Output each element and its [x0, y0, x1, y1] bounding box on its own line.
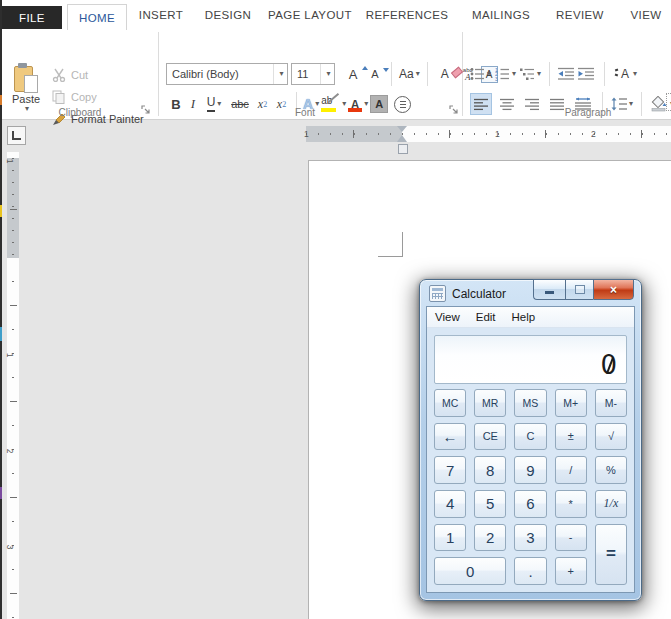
tab-selector-button[interactable]	[7, 126, 26, 145]
word-window: FILE HOME INSERT DESIGN PAGE LAYOUT REFE…	[0, 0, 671, 619]
key-3[interactable]: 3	[514, 524, 546, 552]
key-0[interactable]: 0	[434, 557, 506, 585]
tab-design[interactable]: DESIGN	[198, 0, 258, 29]
tab-references[interactable]: REFERENCES	[362, 0, 452, 29]
key-ms[interactable]: MS	[514, 389, 546, 417]
key-1[interactable]: 1	[434, 524, 466, 552]
bullets-icon	[470, 67, 485, 81]
asian-layout-button[interactable]: A ▾	[621, 64, 637, 84]
font-dialog-launcher[interactable]	[449, 105, 459, 115]
cut-button[interactable]: Cut	[52, 66, 88, 84]
key-mr[interactable]: MR	[474, 389, 506, 417]
key-sqrt[interactable]: √	[595, 423, 627, 451]
key-7[interactable]: 7	[434, 456, 466, 484]
copy-button[interactable]: Copy	[52, 88, 97, 106]
enclose-glyph-icon	[400, 104, 406, 105]
key-mc[interactable]: MC	[434, 389, 466, 417]
strikethrough-button[interactable]: abc	[228, 98, 252, 110]
tab-file[interactable]: FILE	[2, 6, 62, 29]
bullets-button[interactable]: ▾	[470, 64, 491, 84]
calculator-keypad: MC MR MS M+ M- ← CE C ± √ 7 8 9 / % 4	[434, 389, 627, 585]
left-tab-icon	[12, 131, 21, 140]
calculator-title: Calculator	[452, 287, 506, 301]
borders-button-sliver[interactable]	[666, 93, 671, 111]
key-plus-minus[interactable]: ±	[555, 423, 587, 451]
key-8[interactable]: 8	[474, 456, 506, 484]
key-m-plus[interactable]: M+	[555, 389, 587, 417]
increase-indent-icon	[578, 67, 594, 81]
key-backspace[interactable]: ←	[434, 423, 466, 451]
clipboard-dialog-launcher[interactable]	[141, 105, 151, 115]
key-2[interactable]: 2	[474, 524, 506, 552]
cut-label: Cut	[71, 69, 88, 81]
italic-button[interactable]: I	[186, 96, 200, 112]
key-reciprocal[interactable]: 1/x	[595, 490, 627, 518]
key-ce[interactable]: CE	[474, 423, 506, 451]
ruler-number: 3	[5, 545, 15, 550]
calculator-titlebar[interactable]: Calculator	[429, 285, 506, 302]
calculator-display: 0	[434, 335, 627, 384]
key-m-minus[interactable]: M-	[595, 389, 627, 417]
key-6[interactable]: 6	[514, 490, 546, 518]
bold-button[interactable]: B	[168, 97, 184, 112]
vertical-ruler: 1 1 2 3	[7, 152, 19, 619]
tab-insert[interactable]: INSERT	[131, 0, 191, 29]
key-5[interactable]: 5	[474, 490, 506, 518]
key-dot[interactable]: .	[514, 557, 546, 585]
grow-font-button[interactable]: A	[343, 67, 363, 82]
align-left-button[interactable]	[470, 93, 492, 115]
calculator-window[interactable]: Calculator × View Edit Help 0 MC	[419, 279, 642, 601]
key-minus[interactable]: -	[555, 524, 587, 552]
font-name-combobox[interactable]: Calibri (Body) ▾	[166, 63, 288, 85]
menu-view[interactable]: View	[427, 309, 468, 325]
clear-formatting-button[interactable]: A	[435, 67, 455, 81]
copy-icon	[52, 90, 66, 104]
key-9[interactable]: 9	[514, 456, 546, 484]
menu-help[interactable]: Help	[504, 309, 544, 325]
numbering-icon: 1 2 3	[495, 67, 510, 81]
multilevel-list-button[interactable]: ▾	[520, 64, 541, 84]
ruler-number: 1	[5, 353, 15, 358]
key-c[interactable]: C	[514, 423, 546, 451]
minimize-button[interactable]	[533, 279, 565, 300]
paragraph-group-label: Paragraph	[533, 107, 643, 118]
align-left-icon	[474, 98, 488, 111]
font-size-combobox[interactable]: 11 ▾	[291, 63, 335, 85]
tab-home[interactable]: HOME	[67, 4, 127, 30]
ruler-number: 2	[5, 449, 15, 454]
maximize-button[interactable]	[565, 279, 593, 300]
change-case-button[interactable]: Aa▾	[399, 67, 420, 81]
tab-mailings[interactable]: MAILINGS	[460, 0, 542, 29]
menu-edit[interactable]: Edit	[468, 309, 504, 325]
group-separator	[158, 32, 159, 116]
increase-indent-button[interactable]	[578, 64, 594, 84]
margin-crop-mark	[378, 256, 403, 257]
first-line-indent-marker[interactable]	[397, 126, 407, 132]
character-shading-button[interactable]: A	[370, 95, 388, 113]
decrease-indent-button[interactable]	[558, 64, 574, 84]
numbering-button[interactable]: 1 2 3 ▾	[495, 64, 516, 84]
close-button[interactable]: ×	[593, 279, 634, 300]
paste-icon	[14, 63, 38, 93]
underline-button[interactable]: U▾	[202, 96, 226, 111]
shrink-font-button[interactable]: A	[366, 68, 384, 80]
key-divide[interactable]: /	[555, 456, 587, 484]
tab-page-layout[interactable]: PAGE LAYOUT	[265, 0, 355, 29]
font-size-value: 11	[297, 68, 308, 80]
left-indent-marker[interactable]	[398, 144, 408, 154]
svg-text:3: 3	[495, 76, 498, 82]
copy-label: Copy	[71, 91, 97, 103]
asian-layout-icon: A	[621, 67, 629, 81]
tab-review[interactable]: REVIEW	[549, 0, 611, 29]
tab-view[interactable]: VIEW	[618, 0, 671, 29]
align-center-button[interactable]	[497, 94, 517, 114]
key-multiply[interactable]: *	[555, 490, 587, 518]
hanging-indent-marker[interactable]	[397, 135, 407, 142]
minimize-icon	[545, 291, 554, 294]
ruler-number: 2	[591, 129, 596, 139]
key-plus[interactable]: +	[555, 557, 587, 585]
enclose-characters-button[interactable]	[394, 96, 411, 113]
key-equals[interactable]: =	[595, 524, 627, 585]
key-4[interactable]: 4	[434, 490, 466, 518]
key-percent[interactable]: %	[595, 456, 627, 484]
